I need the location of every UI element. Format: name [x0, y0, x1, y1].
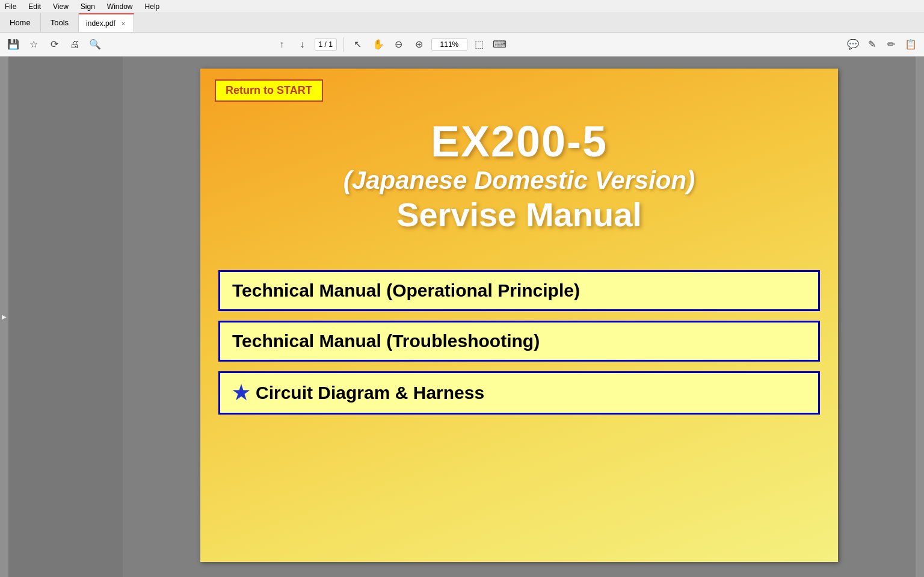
main-area: ▶ Return to START EX200-5 (Japanese Dome…: [0, 57, 924, 577]
stamp-button[interactable]: 📋: [902, 36, 919, 53]
marquee-button[interactable]: ⌨: [491, 36, 508, 53]
tab-close-button[interactable]: ×: [120, 20, 126, 27]
toolbar-center: ↑ ↓ 1 / 1 ↖ ✋ ⊖ ⊕ 111% ⬚ ⌨: [274, 36, 508, 53]
sidebar: [8, 57, 123, 577]
upload-button[interactable]: ⟳: [46, 36, 63, 53]
print-button[interactable]: 🖨: [66, 36, 83, 53]
select-tool-button[interactable]: ⬚: [471, 36, 488, 53]
menu-file[interactable]: File: [2, 1, 19, 12]
main-title: EX200-5: [200, 117, 838, 166]
link-operational-principle-label: Technical Manual (Operational Principle): [232, 280, 580, 301]
link-troubleshooting[interactable]: Technical Manual (Troubleshooting): [218, 321, 820, 362]
tab-tools[interactable]: Tools: [41, 13, 79, 32]
pdf-area: Return to START EX200-5 (Japanese Domest…: [123, 57, 916, 577]
right-scrollbar[interactable]: [916, 57, 924, 577]
bookmark-button[interactable]: ☆: [25, 36, 42, 53]
page-current: 1: [319, 40, 323, 49]
menu-bar: File Edit View Sign Window Help: [0, 0, 924, 13]
toolbar-right: 💬 ✎ ✏ 📋: [845, 36, 919, 53]
chevron-right-icon: ▶: [2, 313, 7, 320]
next-page-button[interactable]: ↓: [294, 36, 311, 53]
toolbar: 💾 ☆ ⟳ 🖨 🔍 ↑ ↓ 1 / 1 ↖ ✋ ⊖ ⊕ 111% ⬚ ⌨ 💬 ✎…: [0, 32, 924, 57]
comment-button[interactable]: 💬: [845, 36, 861, 53]
tab-file-label: index.pdf: [86, 19, 116, 28]
link-operational-principle[interactable]: Technical Manual (Operational Principle): [218, 270, 820, 311]
tab-home[interactable]: Home: [0, 13, 41, 32]
manual-title: Servise Manual: [200, 195, 838, 234]
menu-sign[interactable]: Sign: [78, 1, 97, 12]
page-info[interactable]: 1 / 1: [315, 39, 337, 51]
star-icon: ★: [232, 381, 250, 404]
link-troubleshooting-label: Technical Manual (Troubleshooting): [232, 331, 540, 351]
link-circuit-diagram[interactable]: ★ Circuit Diagram & Harness: [218, 371, 820, 415]
pen-button[interactable]: ✎: [864, 36, 881, 53]
menu-view[interactable]: View: [51, 1, 71, 12]
cursor-tool-button[interactable]: ↖: [350, 36, 366, 53]
pdf-page: Return to START EX200-5 (Japanese Domest…: [200, 69, 838, 562]
tab-bar: Home Tools index.pdf ×: [0, 13, 924, 32]
zoom-in-button[interactable]: ⊕: [411, 36, 428, 53]
zoom-out-button[interactable]: ⊖: [390, 36, 407, 53]
hand-tool-button[interactable]: ✋: [370, 36, 387, 53]
search-button[interactable]: 🔍: [87, 36, 103, 53]
menu-window[interactable]: Window: [105, 1, 135, 12]
left-panel-toggle[interactable]: ▶: [0, 57, 8, 577]
zoom-level[interactable]: 111%: [431, 39, 467, 51]
menu-help[interactable]: Help: [143, 1, 162, 12]
return-to-start-button[interactable]: Return to START: [215, 79, 323, 102]
menu-edit[interactable]: Edit: [26, 1, 43, 12]
links-area: Technical Manual (Operational Principle)…: [200, 234, 838, 439]
toolbar-separator-1: [343, 37, 343, 52]
link-circuit-diagram-label: Circuit Diagram & Harness: [256, 383, 484, 403]
highlight-button[interactable]: ✏: [883, 36, 900, 53]
page-total: 1: [328, 40, 333, 49]
sub-title: (Japanese Domestic Version): [200, 166, 838, 195]
tab-file[interactable]: index.pdf ×: [79, 13, 134, 32]
prev-page-button[interactable]: ↑: [274, 36, 291, 53]
save-button[interactable]: 💾: [5, 36, 22, 53]
